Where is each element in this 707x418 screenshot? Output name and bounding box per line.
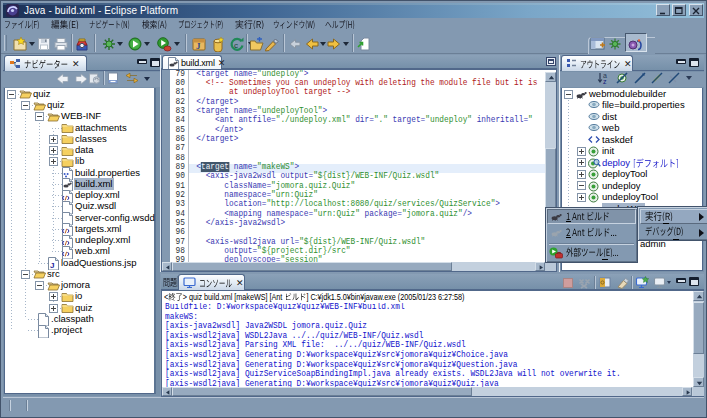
svg-text:c: c: [234, 41, 238, 50]
svg-text:z: z: [603, 78, 607, 85]
svg-text:J: J: [196, 41, 201, 51]
